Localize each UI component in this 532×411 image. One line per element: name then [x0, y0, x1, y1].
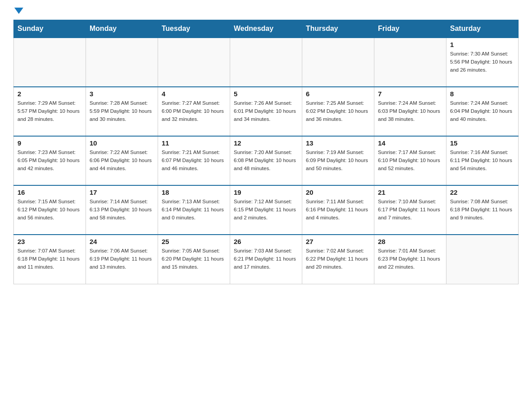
day-info: Sunrise: 7:28 AM Sunset: 5:59 PM Dayligh… — [90, 99, 154, 123]
calendar-week-1: 1Sunrise: 7:30 AM Sunset: 5:56 PM Daylig… — [14, 38, 519, 87]
calendar-cell: 15Sunrise: 7:16 AM Sunset: 6:11 PM Dayli… — [446, 136, 519, 185]
day-number: 11 — [162, 139, 226, 147]
calendar-cell: 17Sunrise: 7:14 AM Sunset: 6:13 PM Dayli… — [86, 185, 158, 235]
day-number: 28 — [378, 238, 442, 245]
calendar-cell: 25Sunrise: 7:05 AM Sunset: 6:20 PM Dayli… — [158, 235, 230, 284]
calendar-cell: 18Sunrise: 7:13 AM Sunset: 6:14 PM Dayli… — [158, 185, 230, 235]
day-info: Sunrise: 7:12 AM Sunset: 6:15 PM Dayligh… — [234, 198, 298, 222]
calendar-cell — [14, 38, 86, 87]
calendar-cell: 3Sunrise: 7:28 AM Sunset: 5:59 PM Daylig… — [86, 87, 158, 136]
calendar-cell: 11Sunrise: 7:21 AM Sunset: 6:07 PM Dayli… — [158, 136, 230, 185]
day-info: Sunrise: 7:17 AM Sunset: 6:10 PM Dayligh… — [378, 149, 442, 172]
day-info: Sunrise: 7:13 AM Sunset: 6:14 PM Dayligh… — [162, 198, 226, 222]
day-info: Sunrise: 7:20 AM Sunset: 6:08 PM Dayligh… — [234, 149, 298, 172]
calendar-cell: 2Sunrise: 7:29 AM Sunset: 5:57 PM Daylig… — [14, 87, 86, 136]
calendar-cell: 24Sunrise: 7:06 AM Sunset: 6:19 PM Dayli… — [86, 235, 158, 284]
day-info: Sunrise: 7:29 AM Sunset: 5:57 PM Dayligh… — [17, 99, 82, 123]
day-number: 1 — [450, 41, 515, 48]
day-info: Sunrise: 7:19 AM Sunset: 6:09 PM Dayligh… — [306, 149, 370, 172]
day-number: 27 — [306, 238, 370, 245]
calendar-cell: 27Sunrise: 7:02 AM Sunset: 6:22 PM Dayli… — [302, 235, 374, 284]
calendar-header-wednesday: Wednesday — [230, 20, 302, 38]
day-number: 4 — [162, 90, 226, 98]
day-info: Sunrise: 7:24 AM Sunset: 6:04 PM Dayligh… — [450, 99, 515, 123]
day-info: Sunrise: 7:06 AM Sunset: 6:19 PM Dayligh… — [90, 247, 154, 271]
calendar-cell: 12Sunrise: 7:20 AM Sunset: 6:08 PM Dayli… — [230, 136, 302, 185]
day-info: Sunrise: 7:25 AM Sunset: 6:02 PM Dayligh… — [306, 99, 370, 123]
day-number: 14 — [378, 139, 442, 147]
day-number: 17 — [90, 188, 154, 196]
calendar-cell — [374, 38, 446, 87]
calendar-cell — [446, 235, 519, 284]
day-number: 24 — [90, 238, 154, 245]
day-number: 21 — [378, 188, 442, 196]
calendar-header-sunday: Sunday — [14, 20, 86, 38]
calendar-cell: 28Sunrise: 7:01 AM Sunset: 6:23 PM Dayli… — [374, 235, 446, 284]
day-number: 20 — [306, 188, 370, 196]
day-number: 15 — [450, 139, 515, 147]
calendar-header-thursday: Thursday — [302, 20, 374, 38]
calendar-cell: 19Sunrise: 7:12 AM Sunset: 6:15 PM Dayli… — [230, 185, 302, 235]
calendar-cell: 14Sunrise: 7:17 AM Sunset: 6:10 PM Dayli… — [374, 136, 446, 185]
day-info: Sunrise: 7:05 AM Sunset: 6:20 PM Dayligh… — [162, 247, 226, 271]
day-number: 5 — [234, 90, 298, 98]
calendar-cell: 5Sunrise: 7:26 AM Sunset: 6:01 PM Daylig… — [230, 87, 302, 136]
day-info: Sunrise: 7:02 AM Sunset: 6:22 PM Dayligh… — [306, 247, 370, 271]
day-number: 26 — [234, 238, 298, 245]
day-info: Sunrise: 7:23 AM Sunset: 6:05 PM Dayligh… — [17, 149, 82, 172]
calendar-cell: 26Sunrise: 7:03 AM Sunset: 6:21 PM Dayli… — [230, 235, 302, 284]
calendar-week-4: 16Sunrise: 7:15 AM Sunset: 6:12 PM Dayli… — [14, 185, 519, 235]
day-info: Sunrise: 7:11 AM Sunset: 6:16 PM Dayligh… — [306, 198, 370, 222]
calendar-cell: 22Sunrise: 7:08 AM Sunset: 6:18 PM Dayli… — [446, 185, 519, 235]
day-info: Sunrise: 7:01 AM Sunset: 6:23 PM Dayligh… — [378, 247, 442, 271]
day-number: 7 — [378, 90, 442, 98]
day-number: 3 — [90, 90, 154, 98]
day-info: Sunrise: 7:07 AM Sunset: 6:18 PM Dayligh… — [17, 247, 82, 271]
day-info: Sunrise: 7:08 AM Sunset: 6:18 PM Dayligh… — [450, 198, 515, 222]
day-info: Sunrise: 7:21 AM Sunset: 6:07 PM Dayligh… — [162, 149, 226, 172]
calendar-cell — [86, 38, 158, 87]
calendar-cell — [158, 38, 230, 87]
day-info: Sunrise: 7:14 AM Sunset: 6:13 PM Dayligh… — [90, 198, 154, 222]
day-info: Sunrise: 7:26 AM Sunset: 6:01 PM Dayligh… — [234, 99, 298, 123]
day-number: 25 — [162, 238, 226, 245]
calendar-cell — [230, 38, 302, 87]
calendar-week-2: 2Sunrise: 7:29 AM Sunset: 5:57 PM Daylig… — [14, 87, 519, 136]
calendar-cell: 16Sunrise: 7:15 AM Sunset: 6:12 PM Dayli… — [14, 185, 86, 235]
calendar-table: SundayMondayTuesdayWednesdayThursdayFrid… — [13, 20, 519, 284]
day-info: Sunrise: 7:24 AM Sunset: 6:03 PM Dayligh… — [378, 99, 442, 123]
calendar-cell: 7Sunrise: 7:24 AM Sunset: 6:03 PM Daylig… — [374, 87, 446, 136]
day-number: 16 — [17, 188, 82, 196]
calendar-header-row: SundayMondayTuesdayWednesdayThursdayFrid… — [14, 20, 519, 38]
calendar-cell: 8Sunrise: 7:24 AM Sunset: 6:04 PM Daylig… — [446, 87, 519, 136]
calendar-cell: 4Sunrise: 7:27 AM Sunset: 6:00 PM Daylig… — [158, 87, 230, 136]
calendar-header-tuesday: Tuesday — [158, 20, 230, 38]
calendar-header-saturday: Saturday — [446, 20, 519, 38]
day-number: 8 — [450, 90, 515, 98]
calendar-cell: 9Sunrise: 7:23 AM Sunset: 6:05 PM Daylig… — [14, 136, 86, 185]
page-header — [13, 9, 519, 15]
logo — [13, 9, 23, 15]
day-info: Sunrise: 7:03 AM Sunset: 6:21 PM Dayligh… — [234, 247, 298, 271]
day-info: Sunrise: 7:27 AM Sunset: 6:00 PM Dayligh… — [162, 99, 226, 123]
calendar-cell: 23Sunrise: 7:07 AM Sunset: 6:18 PM Dayli… — [14, 235, 86, 284]
day-number: 6 — [306, 90, 370, 98]
day-number: 19 — [234, 188, 298, 196]
calendar-week-3: 9Sunrise: 7:23 AM Sunset: 6:05 PM Daylig… — [14, 136, 519, 185]
day-info: Sunrise: 7:15 AM Sunset: 6:12 PM Dayligh… — [17, 198, 82, 222]
day-number: 13 — [306, 139, 370, 147]
calendar-cell: 21Sunrise: 7:10 AM Sunset: 6:17 PM Dayli… — [374, 185, 446, 235]
day-number: 18 — [162, 188, 226, 196]
calendar-cell: 13Sunrise: 7:19 AM Sunset: 6:09 PM Dayli… — [302, 136, 374, 185]
day-info: Sunrise: 7:10 AM Sunset: 6:17 PM Dayligh… — [378, 198, 442, 222]
calendar-cell: 10Sunrise: 7:22 AM Sunset: 6:06 PM Dayli… — [86, 136, 158, 185]
calendar-cell: 6Sunrise: 7:25 AM Sunset: 6:02 PM Daylig… — [302, 87, 374, 136]
day-number: 23 — [17, 238, 82, 245]
day-number: 2 — [17, 90, 82, 98]
calendar-cell: 20Sunrise: 7:11 AM Sunset: 6:16 PM Dayli… — [302, 185, 374, 235]
calendar-cell — [302, 38, 374, 87]
day-number: 12 — [234, 139, 298, 147]
logo-triangle-icon — [14, 8, 23, 14]
day-info: Sunrise: 7:22 AM Sunset: 6:06 PM Dayligh… — [90, 149, 154, 172]
calendar-cell: 1Sunrise: 7:30 AM Sunset: 5:56 PM Daylig… — [446, 38, 519, 87]
